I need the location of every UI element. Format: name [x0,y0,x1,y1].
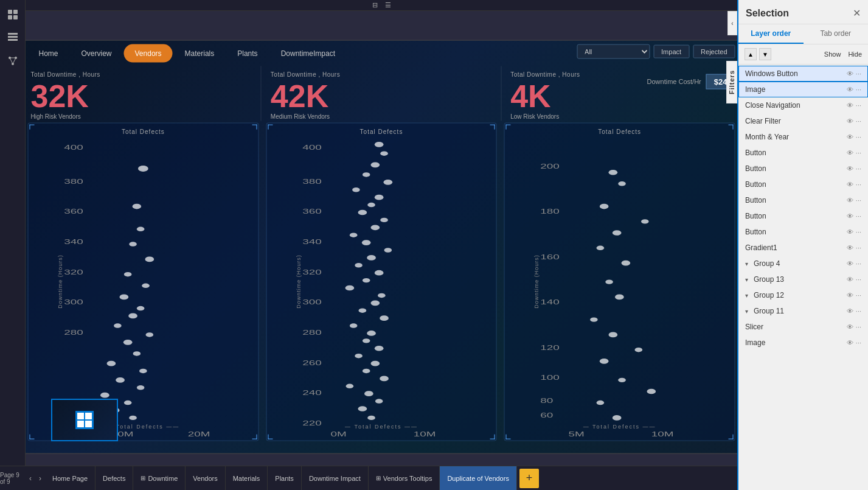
tab-home-page[interactable]: Home Page [45,466,95,490]
svg-point-64 [358,209,367,215]
layer-more-icon-14[interactable]: ··· [856,292,861,299]
group11-toggle-icon[interactable]: ▾ [745,308,752,315]
tab-defects[interactable]: Defects [95,466,133,490]
layer-item-button-4[interactable]: Button 👁 ··· [738,192,868,208]
layer-eye-icon-0[interactable]: 👁 [847,70,853,77]
layer-more-icon-11[interactable]: ··· [856,244,861,251]
tab-vendors[interactable]: Vendors [186,466,225,490]
report-view-icon[interactable] [3,5,23,24]
show-label[interactable]: Show [824,51,841,58]
layer-item-button-3[interactable]: Button 👁 ··· [738,177,868,192]
layer-item-image-2[interactable]: Image 👁 ··· [738,335,868,351]
layer-eye-icon-10[interactable]: 👁 [847,228,853,236]
layer-eye-icon-2[interactable]: 👁 [847,102,853,109]
layer-eye-icon-14[interactable]: 👁 [847,292,853,299]
layer-more-icon-12[interactable]: ··· [856,260,861,267]
layer-item-month-year[interactable]: Month & Year 👁 ··· [738,129,868,145]
layer-more-icon-0[interactable]: ··· [856,70,861,77]
layer-eye-icon-5[interactable]: 👁 [847,149,853,156]
model-view-icon[interactable] [3,51,23,71]
layer-more-icon-17[interactable]: ··· [856,339,861,346]
tab-duplicate-vendors[interactable]: Duplicate of Vendors [440,466,517,490]
layer-eye-icon-8[interactable]: 👁 [847,197,853,204]
layer-item-button-2[interactable]: Button 👁 ··· [738,161,868,177]
layer-more-icon-7[interactable]: ··· [856,181,861,188]
svg-point-30 [137,306,145,310]
layer-item-group4[interactable]: ▾ Group 4 👁 ··· [738,256,868,271]
layer-item-close-navigation[interactable]: Close Navigation 👁 ··· [738,97,868,113]
layer-eye-icon-17[interactable]: 👁 [847,339,853,346]
tab-tab-order[interactable]: Tab order [804,24,869,44]
tab-prev-button[interactable]: ‹ [26,466,35,490]
layer-item-windows-button[interactable]: Windows Button 👁 ··· [738,66,868,82]
rejected-button[interactable]: Rejected [693,44,735,58]
layer-more-icon-9[interactable]: ··· [856,212,861,220]
tab-vendors-tooltips[interactable]: ⊞ Vendors Tooltips [369,466,440,490]
menu-icon[interactable]: ☰ [385,1,391,9]
tab-next-button[interactable]: › [35,466,45,490]
layer-more-icon-8[interactable]: ··· [856,197,861,204]
layer-item-slicer[interactable]: Slicer 👁 ··· [738,319,868,335]
layer-more-icon-2[interactable]: ··· [856,102,861,109]
tab-layer-order[interactable]: Layer order [738,24,804,44]
layer-more-icon-1[interactable]: ··· [856,86,861,93]
selection-tabs: Layer order Tab order [738,24,868,44]
layer-item-gradient1[interactable]: Gradient1 👁 ··· [738,240,868,256]
nav-downtime-impact[interactable]: DowntimeImpact [270,44,346,62]
layer-item-button-1[interactable]: Button 👁 ··· [738,145,868,161]
layer-more-icon-13[interactable]: ··· [856,276,861,283]
impact-button[interactable]: Impact [653,44,689,58]
layer-more-icon-15[interactable]: ··· [856,307,861,315]
layer-eye-icon-7[interactable]: 👁 [847,181,853,188]
layer-item-button-6[interactable]: Button 👁 ··· [738,224,868,240]
group12-toggle-icon[interactable]: ▾ [745,292,752,299]
nav-vendors[interactable]: Vendors [124,44,173,62]
tab-downtime-impact[interactable]: Downtime Impact [302,466,369,490]
svg-point-108 [622,260,631,265]
layer-more-icon-3[interactable]: ··· [856,117,861,125]
layer-item-group13[interactable]: ▾ Group 13 👁 ··· [738,271,868,287]
move-up-button[interactable]: ▲ [745,48,757,60]
svg-point-118 [613,415,622,421]
tab-plants[interactable]: Plants [268,466,302,490]
layer-more-icon-4[interactable]: ··· [856,133,861,141]
layer-more-icon-5[interactable]: ··· [856,149,861,156]
layer-item-group12[interactable]: ▾ Group 12 👁 ··· [738,287,868,303]
layer-eye-icon-12[interactable]: 👁 [847,260,853,267]
filter-toolbar-icon[interactable]: ⊟ [372,1,378,9]
group13-toggle-icon[interactable]: ▾ [745,276,752,283]
move-down-button[interactable]: ▼ [759,48,771,60]
layer-more-icon-10[interactable]: ··· [856,228,861,236]
layer-item-button-5[interactable]: Button 👁 ··· [738,208,868,224]
layer-eye-icon-11[interactable]: 👁 [847,244,853,251]
tab-downtime[interactable]: ⊞ Downtime [133,466,186,490]
selection-close-button[interactable]: ✕ [853,7,861,19]
layer-eye-icon-4[interactable]: 👁 [847,133,853,141]
layer-eye-icon-15[interactable]: 👁 [847,307,853,315]
layer-eye-icon-13[interactable]: 👁 [847,276,853,283]
group4-toggle-icon[interactable]: ▾ [745,261,752,267]
kpi-sublabel-1: High Risk Vendors [31,113,252,119]
layer-item-image-1[interactable]: Image 👁 ··· [738,82,868,97]
kpi-value-3: 4K [510,80,731,111]
layer-eye-icon-16[interactable]: 👁 [847,323,853,331]
hide-label[interactable]: Hide [848,51,862,58]
data-view-icon[interactable] [3,28,23,47]
layer-eye-icon-9[interactable]: 👁 [847,212,853,220]
add-page-button[interactable]: + [519,469,539,488]
nav-home[interactable]: Home [28,44,69,62]
tab-materials[interactable]: Materials [226,466,268,490]
nav-materials[interactable]: Materials [174,44,226,62]
layer-more-icon-16[interactable]: ··· [856,323,861,331]
nav-plants[interactable]: Plants [226,44,268,62]
layer-more-icon-6[interactable]: ··· [856,165,861,172]
layer-eye-icon-6[interactable]: 👁 [847,165,853,172]
layer-eye-icon-1[interactable]: 👁 [847,86,853,93]
filter-select[interactable]: All [577,44,650,58]
filters-tab[interactable]: Filters [726,61,737,103]
layer-eye-icon-3[interactable]: 👁 [847,117,853,125]
layer-item-clear-filter[interactable]: Clear Filter 👁 ··· [738,113,868,129]
layer-item-group11[interactable]: ▾ Group 11 👁 ··· [738,303,868,319]
right-panel-toggle[interactable]: ‹ [727,11,737,35]
nav-overview[interactable]: Overview [71,44,123,62]
